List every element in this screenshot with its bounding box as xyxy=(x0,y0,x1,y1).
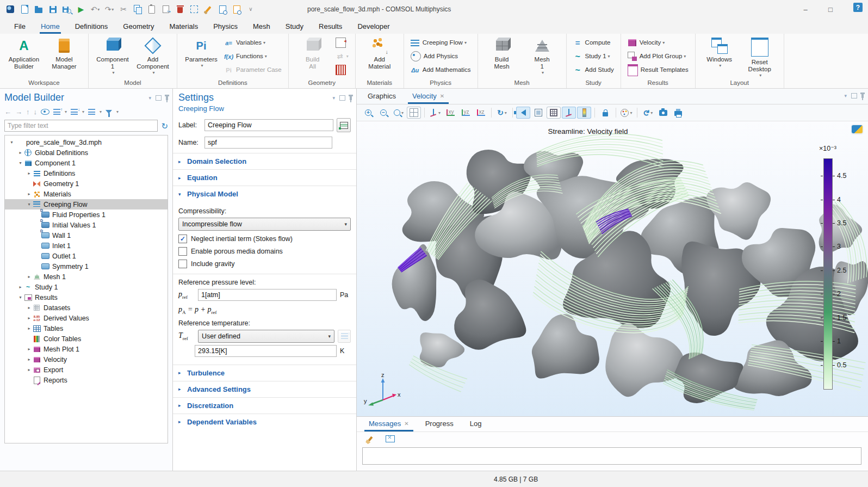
tree-item-tables[interactable]: ▸Tables xyxy=(5,323,168,334)
expander-icon[interactable]: ▾ xyxy=(17,161,24,165)
study-1-button[interactable]: ~Study 1▾ xyxy=(571,50,616,63)
collapse-all-icon[interactable] xyxy=(53,109,60,115)
help-button[interactable]: ? xyxy=(853,3,863,12)
color-theme-button[interactable]: ▾ xyxy=(619,107,634,119)
result-templates-button[interactable]: Result Templates xyxy=(625,63,691,77)
tree-item-fluid-properties-1[interactable]: Fluid Properties 1 xyxy=(5,209,168,220)
model-tree-nodes-icon[interactable] xyxy=(88,109,95,115)
component-1-button[interactable]: Component 1▾ xyxy=(93,36,132,79)
tree-filter-input[interactable] xyxy=(4,120,158,132)
back-button[interactable]: ← xyxy=(4,108,11,116)
section-equation[interactable]: ▸Equation xyxy=(173,169,356,186)
insert-sequence-button[interactable] xyxy=(333,36,351,50)
reset-desktop-button[interactable]: Reset Desktop▾ xyxy=(740,36,779,79)
expander-icon[interactable]: ▸ xyxy=(26,192,33,196)
compressibility-select[interactable]: Incompressible flow ▾ xyxy=(178,218,351,231)
show-grid-button[interactable] xyxy=(547,107,561,119)
rename-button[interactable] xyxy=(337,118,351,132)
view-xy-button[interactable]: xy xyxy=(443,107,457,119)
name-input[interactable] xyxy=(204,137,332,149)
toolbar-overflow-button[interactable]: ∨ xyxy=(245,3,257,15)
save-button[interactable] xyxy=(47,3,59,15)
panel-menu-icon[interactable]: ▾ xyxy=(148,95,151,101)
section-turbulence[interactable]: ▸Turbulence xyxy=(173,365,356,381)
plot-thumbnail-icon[interactable] xyxy=(852,125,863,133)
filter-icon[interactable] xyxy=(106,110,112,114)
tree-item-mesh-1[interactable]: ▸Mesh 1 xyxy=(5,272,168,282)
paste-button[interactable] xyxy=(146,3,158,15)
menu-home[interactable]: Home xyxy=(40,23,61,34)
compute-button[interactable]: =Compute xyxy=(571,36,616,50)
expander-icon[interactable]: ▸ xyxy=(26,367,33,372)
zoom-extents-button[interactable] xyxy=(407,107,421,119)
new-file-button[interactable] xyxy=(18,3,30,15)
messages-tab-messages[interactable]: Messages✕ xyxy=(364,420,413,431)
maximize-button[interactable]: □ xyxy=(818,0,843,19)
add-plot-group-button[interactable]: Add Plot Group▾ xyxy=(625,50,691,63)
expander-icon[interactable]: ▾ xyxy=(17,295,24,300)
float-panel-icon[interactable] xyxy=(156,95,162,101)
tree-item-initial-values-1[interactable]: Initial Values 1 xyxy=(5,220,168,230)
add-mathematics-button[interactable]: ΔuAdd Mathematics xyxy=(408,63,473,77)
remove-details-button[interactable] xyxy=(333,63,351,77)
messages-output-box[interactable] xyxy=(362,447,861,465)
transparency-button[interactable] xyxy=(516,107,530,119)
expander-icon[interactable]: ▸ xyxy=(26,326,33,331)
menu-mesh[interactable]: Mesh xyxy=(252,23,271,34)
pin-icon[interactable] xyxy=(350,96,352,100)
expand-all-icon[interactable] xyxy=(71,109,78,115)
tree-item-definitions[interactable]: ▸Definitions xyxy=(5,168,168,178)
print-button[interactable] xyxy=(671,107,685,119)
tree-item-export[interactable]: ▸Export xyxy=(5,365,168,375)
expander-icon[interactable]: ▾ xyxy=(26,202,33,207)
close-tab-icon[interactable]: ✕ xyxy=(404,421,408,427)
copy-button[interactable] xyxy=(132,3,144,15)
dropdown-arrow-icon[interactable]: ▾ xyxy=(116,109,119,114)
rotate-button[interactable]: ↻▾ xyxy=(495,107,509,119)
tree-item-inlet-1[interactable]: Inlet 1 xyxy=(5,241,168,251)
pin-icon[interactable] xyxy=(861,94,864,98)
checkbox-enable-porous-media-domains[interactable]: Enable porous media domains xyxy=(178,247,351,256)
tree-item-study-1[interactable]: ▸~Study 1 xyxy=(5,282,168,292)
message-settings-button[interactable] xyxy=(383,433,397,445)
creeping-flow-button[interactable]: Creeping Flow▾ xyxy=(408,36,473,50)
add-physics-button[interactable]: Add Physics xyxy=(408,50,473,63)
select-box-button[interactable] xyxy=(188,3,200,15)
preview-document-button[interactable] xyxy=(216,3,228,15)
show-axis-orientation-button[interactable] xyxy=(562,107,576,119)
tree-item-color-tables[interactable]: Color Tables xyxy=(5,334,168,344)
expander-icon[interactable]: ▸ xyxy=(17,150,24,155)
menu-study[interactable]: Study xyxy=(284,23,305,34)
update-plot-button[interactable]: ↻▾ xyxy=(641,107,655,119)
velocity-button[interactable]: Velocity▾ xyxy=(625,36,691,50)
view-yz-button[interactable]: yz xyxy=(458,107,473,119)
tree-item-velocity[interactable]: ▸Velocity xyxy=(5,354,168,365)
section-physical-model[interactable]: ▾ Physical Model xyxy=(173,186,356,202)
save-as-button[interactable] xyxy=(61,3,73,15)
tree-item-reports[interactable]: Reports xyxy=(5,375,168,385)
close-tab-icon[interactable]: ✕ xyxy=(440,93,444,99)
tree-item-results[interactable]: ▾Results xyxy=(5,292,168,303)
expander-icon[interactable]: ▸ xyxy=(26,171,33,176)
add-component-button[interactable]: Add Component▾ xyxy=(133,36,172,79)
highlight-brush-button[interactable] xyxy=(202,3,214,15)
dropdown-arrow-icon[interactable]: ▾ xyxy=(65,109,67,114)
minimize-button[interactable]: – xyxy=(793,0,818,19)
tree-item-geometry-1[interactable]: Geometry 1 xyxy=(5,178,168,189)
delete-button[interactable] xyxy=(174,3,186,15)
windows-button[interactable]: Windows▾ xyxy=(700,36,739,79)
float-panel-icon[interactable] xyxy=(339,95,345,101)
expander-icon[interactable]: ▾ xyxy=(8,140,15,145)
open-file-button[interactable] xyxy=(33,3,45,15)
move-down-button[interactable]: ↓ xyxy=(34,108,38,116)
snapshot-button[interactable] xyxy=(656,107,670,119)
expander-icon[interactable]: ▸ xyxy=(17,285,24,289)
expander-icon[interactable]: ▸ xyxy=(26,316,33,320)
forward-button[interactable]: → xyxy=(15,108,22,116)
menu-definitions[interactable]: Definitions xyxy=(74,23,109,34)
messages-tab-log[interactable]: Log xyxy=(466,420,486,431)
go-to-view-button[interactable]: ▾ xyxy=(428,107,442,119)
redo-button[interactable]: ↷▾ xyxy=(103,3,115,15)
refresh-icon[interactable]: ↻ xyxy=(161,122,168,130)
search-document-button[interactable] xyxy=(231,3,243,15)
